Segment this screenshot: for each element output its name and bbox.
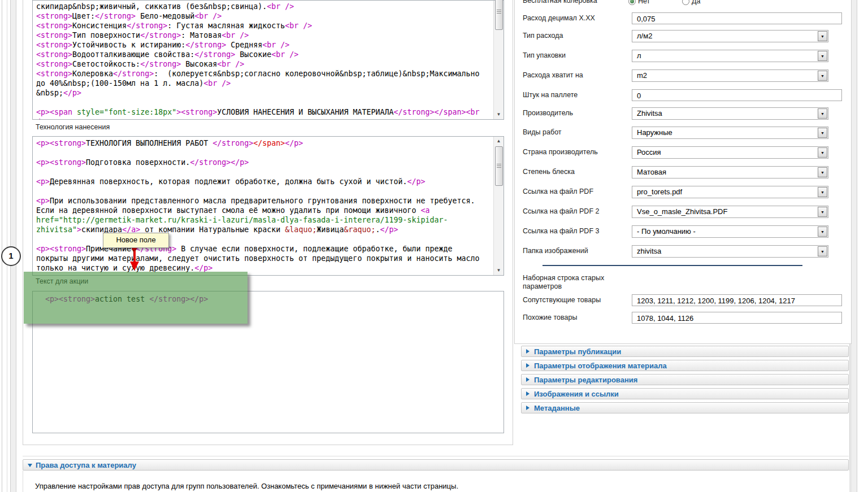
manufacturer-country-label: Страна производитель [523,148,624,156]
dropdown-arrow-icon[interactable]: ▼ [818,187,827,197]
consumption-type-select[interactable]: л/м2▼ [632,30,828,42]
code-line: <p><strong>ТЕХНОЛОГИЯ ВЫПОЛНЕНИЯ РАБОТ <… [36,138,494,148]
free-tinting-radio-label: Да [692,0,700,5]
selected-value: m2 [637,70,647,81]
consumption-decimal-label: Расход децимал X.XX [523,14,624,23]
accordion-5[interactable]: Метаданные [521,402,849,413]
selected-value: Матовая [637,167,666,178]
selected-value: zhivitsa [637,246,661,257]
code-line: <strong>Светостойкость:</strong> Высокая… [36,59,494,69]
gloss-level-label: Степень блеска [523,168,624,176]
annotation-arrow-head [130,262,139,271]
images-folder-label: Папка изображений [523,247,624,255]
code-line: <strong>Тип поверхности</strong>: Матова… [36,31,494,40]
code-content[interactable]: скипидар&nbsp;живичный, сиккатив (без&nb… [33,1,494,119]
chevron-right-icon [526,363,530,368]
consumption-enough-for-select[interactable]: m2▼ [632,69,828,82]
accordion-2[interactable]: Параметры отображения материала [521,360,849,371]
selected-value: - По умолчанию - [637,226,696,237]
accordion-4[interactable]: Изображения и ссылки [521,388,849,399]
dropdown-arrow-icon[interactable]: ▼ [818,147,827,158]
code-line: <p><strong>Подготовка поверхности.</stro… [36,158,494,167]
dropdown-arrow-icon[interactable]: ▼ [818,167,827,177]
code-line: покрыты другими материалами, следует очи… [36,254,494,263]
scroll-up-icon[interactable]: ▲ [494,138,504,144]
page-left-border-2 [7,0,7,492]
scroll-down-icon[interactable]: ▼ [494,268,504,273]
code-line: href="http://germetik-market.ru/kraski-i… [36,215,494,225]
scrollbar-thumb[interactable] [495,146,503,186]
access-panel-top-border [23,456,849,456]
step-1-badge: 1 [1,246,21,266]
dropdown-arrow-icon[interactable]: ▼ [818,108,827,119]
code-line: до 40%&nbsp;(100-150мл на 1 л. масла)<br… [36,79,494,88]
related-products-label: Сопутствующие товары [523,296,624,304]
chevron-right-icon [526,349,530,354]
gloss-level-select[interactable]: Матовая▼ [632,166,828,178]
consumption-decimal-input[interactable]: 0,075 [632,12,842,24]
page-left-border [2,0,2,492]
scroll-down-icon[interactable]: ▼ [494,112,504,117]
pdf-link-2-select[interactable]: Vse_o_masle_Zhivitsa.PDF▼ [632,206,828,218]
chevron-right-icon [526,406,530,410]
annotation-arrow-line [133,250,136,262]
pdf-link-select[interactable]: pro_torets.pdf▼ [632,186,828,198]
scrollbar-thumb[interactable] [495,0,503,30]
dropdown-arrow-icon[interactable]: ▼ [818,128,827,138]
pdf-link-2-label: Ссылка на файл PDF 2 [523,207,624,216]
selected-value: л [637,50,641,62]
dropdown-arrow-icon[interactable]: ▼ [818,71,827,81]
code-line: <p>При использовании представленного мас… [36,196,494,206]
dropdown-arrow-icon[interactable]: ▼ [818,227,827,237]
free-tinting-label: Бесплатная колеровка [523,0,624,5]
code-line: &nbsp;</p> [36,88,494,98]
code-line: <p>Деревянная поверхность, которая подле… [36,177,494,186]
accordion-title: Метаданные [534,404,580,413]
code-line: Если на деревянной поверхности выступает… [36,206,494,215]
code-line: /> [36,117,494,119]
selected-value: Vse_o_masle_Zhivitsa.PDF [637,206,727,217]
code-line: <strong>Водоотталкивающие свойства:</str… [36,50,494,59]
pieces-per-pallet-input[interactable]: 0 [632,89,842,101]
code-line: <strong>Колеровка</strong>: (колеруется&… [36,69,494,79]
package-type-label: Тип упаковки [523,51,624,60]
free-tinting-radio-label: Нет [638,0,650,5]
dropdown-arrow-icon[interactable]: ▼ [818,31,827,41]
dropdown-arrow-icon[interactable]: ▼ [818,246,827,256]
dropdown-arrow-icon[interactable]: ▼ [818,207,827,217]
accordion-title: Параметры публикации [534,347,621,356]
manufacturer-label: Производитель [523,109,624,117]
access-panel-header[interactable]: Права доступа к материалу [23,459,849,471]
accordion-1[interactable]: Параметры публикации [521,346,849,357]
code-content[interactable]: <p><strong>ТЕХНОЛОГИЯ ВЫПОЛНЕНИЯ РАБОТ <… [33,137,494,275]
description-code-editor[interactable]: скипидар&nbsp;живичный, сиккатив (без&nb… [32,0,504,120]
tech-field-label: Технология нанесения [36,123,110,131]
code-line [36,148,494,158]
similar-products-input[interactable]: 1078, 1044, 1126 [632,312,842,324]
code-line [36,167,494,177]
pdf-link-3-select[interactable]: - По умолчанию -▼ [632,225,828,238]
params-separator [542,265,802,266]
code-line [36,186,494,196]
manufacturer-select[interactable]: Zhivitsa▼ [632,107,828,120]
tech-code-editor[interactable]: <p><strong>ТЕХНОЛОГИЯ ВЫПОЛНЕНИЯ РАБОТ <… [32,136,504,276]
new-field-tooltip: Новое поле [103,233,169,248]
selected-value: Россия [637,147,661,158]
accordion-title: Параметры отображения материала [534,362,667,371]
access-panel-title: Права доступа к материалу [36,461,136,470]
similar-products-label: Похожие товары [523,314,624,322]
images-folder-select[interactable]: zhivitsa▼ [632,245,828,258]
selected-value: Наружные [637,127,672,138]
dropdown-arrow-icon[interactable]: ▼ [818,51,827,61]
pieces-per-pallet-label: Штук на паллете [523,91,624,99]
related-products-input[interactable]: 1203, 1211, 1212, 1200, 1199, 1206, 1204… [632,294,842,306]
scrollbar[interactable]: ▼ [493,1,504,119]
package-type-select[interactable]: л▼ [632,50,828,62]
manufacturer-country-select[interactable]: Россия▼ [632,146,828,159]
accordion-title: Изображения и ссылки [534,390,619,399]
code-line: <strong>Устойчивость к истиранию:</stron… [36,40,494,50]
scrollbar[interactable]: ▲ ▼ [493,137,504,275]
accordion-3[interactable]: Параметры редактирования [521,374,849,385]
work-types-select[interactable]: Наружные▼ [632,127,828,139]
work-types-label: Виды работ [523,128,624,137]
